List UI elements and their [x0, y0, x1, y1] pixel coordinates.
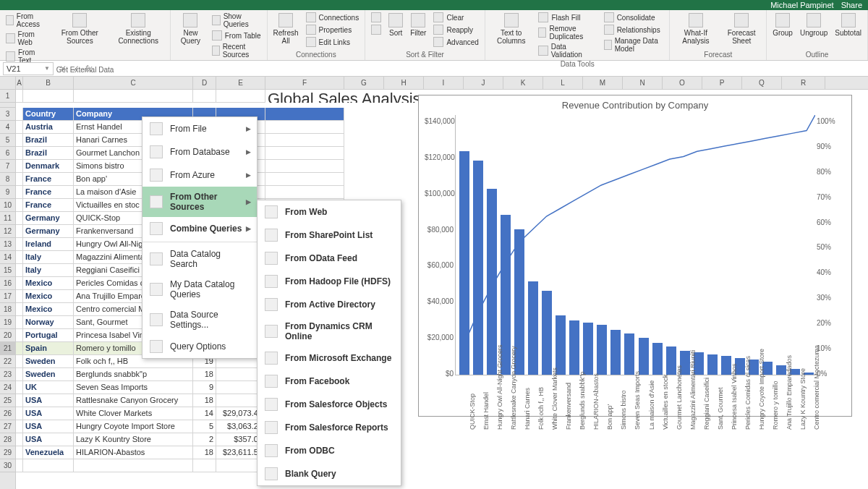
advanced-button[interactable]: Advanced: [432, 36, 480, 48]
bar: [610, 330, 621, 375]
submenu-item[interactable]: Blank Query: [258, 462, 401, 485]
existing-connections-button[interactable]: Existing Connections: [111, 12, 166, 46]
other-sources-submenu[interactable]: From WebFrom SharePoint ListFrom OData F…: [257, 200, 401, 486]
queries-icon: [212, 15, 221, 25]
submenu-item[interactable]: From Dynamics CRM Online: [258, 316, 401, 346]
refresh-icon: [278, 13, 293, 27]
filter-button[interactable]: Filter: [409, 12, 427, 38]
group-label: Sort & Filter: [370, 50, 480, 59]
bar: [487, 189, 497, 375]
group-label: Outline: [771, 50, 863, 59]
row-headers[interactable]: 1345678910111213141516171819202122232425…: [0, 77, 16, 489]
from-web-button[interactable]: From Web: [4, 30, 48, 47]
from-access-button[interactable]: From Access: [4, 12, 48, 29]
menu-item[interactable]: From Other Sources▶: [142, 187, 257, 217]
sort-az-button[interactable]: [370, 12, 383, 23]
menu-icon: [265, 444, 278, 457]
submenu-item[interactable]: From ODBC: [258, 439, 401, 462]
menu-icon: [150, 252, 163, 265]
reapply-icon: [433, 25, 443, 35]
connections-button[interactable]: Connections: [305, 12, 361, 23]
menu-item[interactable]: From Azure▶: [142, 163, 257, 187]
remove-duplicates-button[interactable]: Remove Duplicates: [537, 24, 597, 41]
from-other-sources-button[interactable]: From Other Sources: [53, 12, 106, 46]
ungroup-icon: [807, 13, 821, 27]
submenu-item[interactable]: From Salesforce Objects: [258, 393, 401, 416]
properties-button[interactable]: Properties: [305, 24, 361, 35]
menu-item[interactable]: Data Source Settings...: [142, 305, 257, 335]
bar: [639, 338, 649, 375]
menu-item[interactable]: From File▶: [142, 117, 257, 140]
show-queries-button[interactable]: Show Queries: [210, 12, 263, 29]
edit-icon: [306, 37, 316, 47]
refresh-all-button[interactable]: Refresh All: [272, 12, 300, 46]
share-button[interactable]: Share: [841, 1, 862, 9]
flash-fill-button[interactable]: Flash Fill: [537, 12, 597, 23]
recent-icon: [212, 46, 220, 56]
bar: [776, 365, 786, 375]
new-query-menu[interactable]: From File▶From Database▶From Azure▶From …: [142, 116, 258, 359]
consolidate-button[interactable]: Consolidate: [603, 12, 665, 23]
bar: [473, 161, 483, 375]
bar: [721, 356, 731, 375]
sort-za-icon: [371, 25, 381, 35]
whatif-icon: [689, 13, 703, 27]
menu-item[interactable]: Combine Queries▶: [142, 217, 257, 240]
sort-az-icon: [371, 12, 381, 22]
manage-data-model-button[interactable]: Manage Data Model: [603, 36, 665, 54]
sort-za-button[interactable]: [370, 24, 383, 35]
fx-icon[interactable]: fx: [85, 64, 92, 74]
menu-icon: [265, 352, 278, 365]
from-table-button[interactable]: From Table: [210, 30, 263, 41]
submenu-item[interactable]: From Microsoft Exchange: [258, 346, 401, 370]
sort-button[interactable]: Sort: [387, 12, 404, 38]
clear-button[interactable]: Clear: [432, 12, 480, 23]
bar: [459, 151, 469, 375]
forecast-icon: [734, 13, 749, 27]
connections-icon: [131, 13, 145, 27]
menu-icon: [265, 467, 278, 480]
submenu-item[interactable]: From OData Feed: [258, 247, 401, 270]
ungroup-button[interactable]: Ungroup: [799, 12, 829, 38]
column-headers[interactable]: ABCDEFGHIJKLMNOPQR: [16, 77, 868, 90]
cancel-icon[interactable]: ✕: [59, 64, 67, 74]
reapply-button[interactable]: Reapply: [432, 24, 480, 35]
submenu-item[interactable]: From Web: [258, 200, 401, 224]
web-icon: [6, 33, 15, 43]
menu-icon: [265, 375, 278, 388]
new-query-button[interactable]: New Query: [175, 12, 206, 46]
ttc-icon: [504, 13, 519, 27]
recent-sources-button[interactable]: Recent Sources: [210, 42, 263, 59]
chart-title: Revenue Contribution by Company: [419, 95, 851, 115]
data-validation-button[interactable]: Data Validation: [537, 42, 597, 59]
chart[interactable]: Revenue Contribution by Company $140,000…: [418, 95, 852, 417]
menu-item[interactable]: Data Catalog Search: [142, 244, 257, 274]
filter-icon: [411, 13, 425, 27]
submenu-item[interactable]: From Active Directory: [258, 293, 401, 316]
text-to-columns-button[interactable]: Text to Columns: [490, 12, 533, 46]
submenu-item[interactable]: From Facebook: [258, 370, 401, 393]
user-name: Michael Pampinet: [770, 1, 833, 9]
enter-icon[interactable]: ✓: [72, 64, 80, 74]
bar: [569, 320, 579, 375]
forecast-sheet-button[interactable]: Forecast Sheet: [721, 12, 762, 46]
val-icon: [538, 46, 548, 56]
menu-item[interactable]: Query Options: [142, 335, 257, 358]
group-button[interactable]: Group: [771, 12, 794, 38]
submenu-item[interactable]: From Salesforce Reports: [258, 416, 401, 439]
edit-links-button[interactable]: Edit Links: [305, 36, 361, 48]
flash-icon: [538, 12, 548, 22]
access-icon: [6, 15, 14, 25]
group-icon: [775, 13, 790, 27]
what-if-button[interactable]: What-If Analysis: [674, 12, 717, 46]
menu-icon: [265, 398, 278, 411]
menu-icon: [150, 340, 163, 353]
relationships-button[interactable]: Relationships: [603, 24, 665, 35]
submenu-item[interactable]: From Hadoop File (HDFS): [258, 270, 401, 293]
menu-item[interactable]: From Database▶: [142, 140, 257, 163]
subtotal-button[interactable]: Subtotal: [833, 12, 863, 38]
name-box[interactable]: V21▼: [3, 62, 54, 75]
chart-body: [455, 115, 815, 375]
menu-item[interactable]: My Data Catalog Queries: [142, 274, 257, 305]
submenu-item[interactable]: From SharePoint List: [258, 224, 401, 247]
